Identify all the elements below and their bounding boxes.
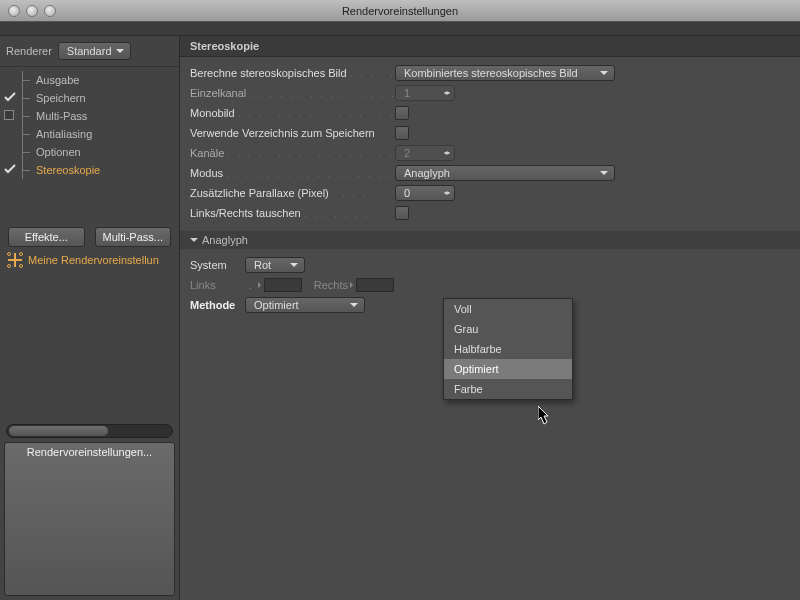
tree-label: Stereoskopie	[20, 164, 100, 176]
menu-item-farbe[interactable]: Farbe	[444, 379, 572, 399]
menu-item-grau[interactable]: Grau	[444, 319, 572, 339]
section-heading: Stereoskopie	[180, 36, 800, 57]
row-label: Verwende Verzeichnis zum Speichern	[190, 127, 395, 139]
preset-row[interactable]: Meine Rendervoreinstellun	[0, 247, 179, 277]
tree-label: Antialiasing	[20, 128, 92, 140]
row-label: Zusätzliche Parallaxe (Pixel) . . . .	[190, 187, 395, 199]
tree-item-optionen[interactable]: Optionen	[0, 143, 179, 161]
check-icon	[4, 163, 16, 175]
settings-tree: Ausgabe Speichern Multi-Pass Antialiasin…	[0, 67, 179, 221]
row-label: Berechne stereoskopisches Bild . . . . .	[190, 67, 395, 79]
render-settings-window: Rendervoreinstellungen Renderer Standard…	[0, 0, 800, 600]
row-calc-stereo: Berechne stereoskopisches Bild . . . . .…	[190, 63, 790, 83]
renderer-dropdown[interactable]: Standard	[58, 42, 131, 60]
row-monobild: Monobild . . . . . . . . . . . . . . . .	[190, 103, 790, 123]
row-mode: Modus . . . . . . . . . . . . . . . . . …	[190, 163, 790, 183]
sidebar-buttons: Effekte... Multi-Pass...	[0, 221, 179, 247]
links-colorwell	[264, 278, 302, 292]
checkbox-empty-icon	[4, 110, 14, 120]
row-channels: Kanäle . . . . . . . . . . . . . . . . .…	[190, 143, 790, 163]
window-body: Renderer Standard Ausgabe Speichern	[0, 36, 800, 600]
system-dropdown[interactable]: Rot	[245, 257, 305, 273]
row-label: Modus . . . . . . . . . . . . . . . . . …	[190, 167, 395, 179]
scroll-thumb[interactable]	[9, 426, 108, 436]
tree-item-antialiasing[interactable]: Antialiasing	[0, 125, 179, 143]
tree-item-ausgabe[interactable]: Ausgabe	[0, 71, 179, 89]
monobild-checkbox[interactable]	[395, 106, 409, 120]
row-label: System	[190, 259, 245, 271]
settings-rows: Berechne stereoskopisches Bild . . . . .…	[180, 57, 800, 229]
sidebar-hscroll[interactable]	[6, 424, 173, 438]
window-title: Rendervoreinstellungen	[0, 5, 800, 17]
row-label: Einzelkanal . . . . . . . . . . . . . . …	[190, 87, 395, 99]
disclosure-triangle-icon	[190, 238, 198, 246]
tree-label: Multi-Pass	[20, 110, 87, 122]
row-system: System Rot	[190, 255, 790, 275]
calc-stereo-dropdown[interactable]: Kombiniertes stereoskopisches Bild	[395, 65, 615, 81]
minimize-window-button[interactable]	[26, 5, 38, 17]
check-icon	[4, 91, 16, 103]
channels-field: 2	[395, 145, 455, 161]
preset-icon	[8, 253, 22, 267]
menu-item-halbfarbe[interactable]: Halbfarbe	[444, 339, 572, 359]
method-label: Methode	[190, 299, 245, 311]
menu-item-voll[interactable]: Voll	[444, 299, 572, 319]
rechts-label: Rechts	[314, 279, 348, 291]
row-links-rechts: Links . Rechts	[190, 275, 790, 295]
titlebar[interactable]: Rendervoreinstellungen	[0, 0, 800, 22]
anaglyph-subheading[interactable]: Anaglyph	[180, 231, 800, 249]
content-panel: Stereoskopie Berechne stereoskopisches B…	[180, 36, 800, 600]
tree-item-stereoskopie[interactable]: Stereoskopie	[0, 161, 179, 179]
row-label: Links/Rechts tauschen . . . . . . .	[190, 207, 395, 219]
tree-item-multipass[interactable]: Multi-Pass	[0, 107, 179, 125]
menu-item-optimiert[interactable]: Optimiert	[444, 359, 572, 379]
mode-dropdown[interactable]: Anaglyph	[395, 165, 615, 181]
row-use-path: Verwende Verzeichnis zum Speichern	[190, 123, 790, 143]
renderer-value: Standard	[67, 45, 112, 57]
row-swap-lr: Links/Rechts tauschen . . . . . . .	[190, 203, 790, 223]
row-parallax: Zusätzliche Parallaxe (Pixel) . . . . 0	[190, 183, 790, 203]
single-channel-field: 1	[395, 85, 455, 101]
multipass-button[interactable]: Multi-Pass...	[95, 227, 172, 247]
preset-label: Meine Rendervoreinstellun	[28, 254, 159, 266]
tree-item-speichern[interactable]: Speichern	[0, 89, 179, 107]
window-controls	[8, 5, 56, 17]
row-label: Kanäle . . . . . . . . . . . . . . . . .…	[190, 147, 395, 159]
row-single-channel: Einzelkanal . . . . . . . . . . . . . . …	[190, 83, 790, 103]
method-dropdown[interactable]: Optimiert	[245, 297, 365, 313]
zoom-window-button[interactable]	[44, 5, 56, 17]
row-label: Monobild . . . . . . . . . . . . . . . .	[190, 107, 395, 119]
use-path-checkbox[interactable]	[395, 126, 409, 140]
sidebar: Renderer Standard Ausgabe Speichern	[0, 36, 180, 600]
toolbar-rail	[0, 22, 800, 36]
rechts-colorwell	[356, 278, 394, 292]
links-label: Links	[190, 279, 245, 291]
render-presets-button[interactable]: Rendervoreinstellungen...	[4, 442, 175, 596]
method-dropdown-menu[interactable]: Voll Grau Halbfarbe Optimiert Farbe	[443, 298, 573, 400]
swap-lr-checkbox[interactable]	[395, 206, 409, 220]
mouse-cursor-icon	[538, 406, 552, 426]
renderer-row: Renderer Standard	[0, 36, 179, 67]
close-window-button[interactable]	[8, 5, 20, 17]
renderer-label: Renderer	[6, 45, 52, 57]
parallax-field[interactable]: 0	[395, 185, 455, 201]
subheading-label: Anaglyph	[202, 234, 248, 246]
effects-button[interactable]: Effekte...	[8, 227, 85, 247]
